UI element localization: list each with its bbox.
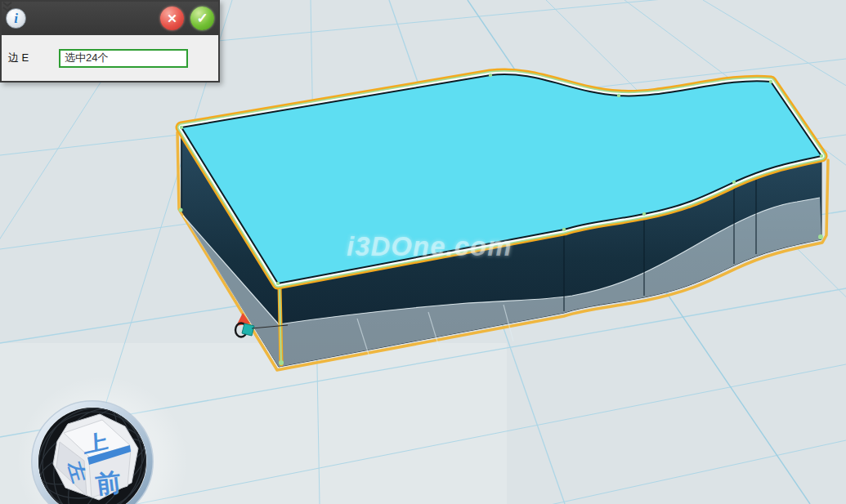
- edge-field-label: 边 E: [8, 51, 59, 65]
- chevron-double-down-icon: [2, 2, 13, 12]
- cancel-button[interactable]: ✕: [160, 7, 184, 30]
- confirm-button[interactable]: ✓: [190, 7, 214, 30]
- selection-dialog: i ✕ ✓ 边 E: [0, 0, 220, 83]
- dialog-titlebar[interactable]: i ✕ ✓: [2, 2, 218, 35]
- cad-viewport: 上 前 左 i3DOne.com i ✕ ✓ 边 E: [0, 0, 846, 504]
- view-cube-front-label: 前: [94, 467, 123, 499]
- dialog-body: 边 E: [2, 35, 218, 81]
- expand-chevron-button[interactable]: [195, 56, 198, 60]
- edge-selection-input[interactable]: [59, 49, 188, 68]
- view-cube[interactable]: 上 前 左: [53, 414, 138, 500]
